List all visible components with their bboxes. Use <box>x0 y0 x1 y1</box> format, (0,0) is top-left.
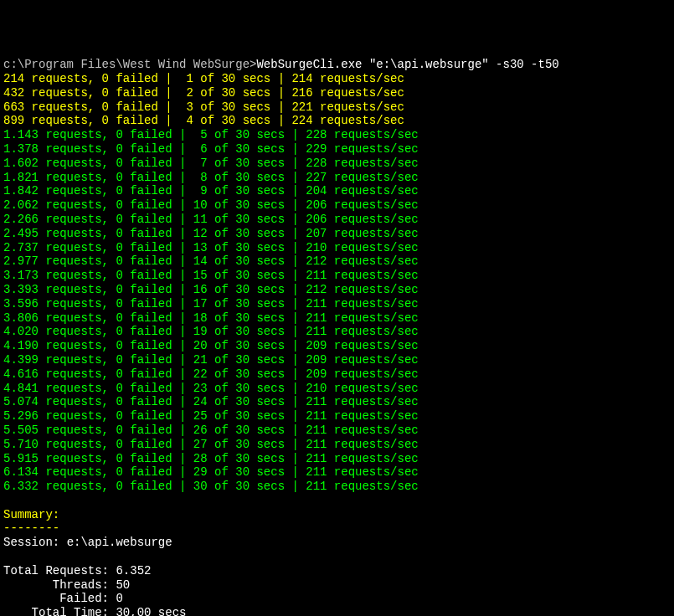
progress-row: 1.602 requests, 0 failed | 7 of 30 secs … <box>3 157 419 170</box>
total-requests-line: Total Requests: 6.352 <box>3 564 151 578</box>
failed-line: Failed: 0 <box>3 592 123 605</box>
terminal-output: c:\Program Files\West Wind WebSurge>WebS… <box>3 58 671 616</box>
progress-row: 4.020 requests, 0 failed | 19 of 30 secs… <box>3 325 419 338</box>
progress-row: 3.806 requests, 0 failed | 18 of 30 secs… <box>3 311 419 325</box>
progress-row: 5.505 requests, 0 failed | 26 of 30 secs… <box>3 424 419 437</box>
threads-line: Threads: 50 <box>3 578 130 592</box>
summary-heading: Summary: <box>3 508 59 521</box>
progress-row: 4.399 requests, 0 failed | 21 of 30 secs… <box>3 353 419 367</box>
progress-row: 1.842 requests, 0 failed | 9 of 30 secs … <box>3 184 419 198</box>
command-prompt-line: c:\Program Files\West Wind WebSurge>WebS… <box>3 58 559 71</box>
progress-row: 4.841 requests, 0 failed | 23 of 30 secs… <box>3 382 419 395</box>
progress-row: 2.977 requests, 0 failed | 14 of 30 secs… <box>3 254 419 268</box>
progress-row: 2.266 requests, 0 failed | 11 of 30 secs… <box>3 213 419 226</box>
progress-row: 2.737 requests, 0 failed | 13 of 30 secs… <box>3 241 419 254</box>
progress-row: 1.821 requests, 0 failed | 8 of 30 secs … <box>3 171 419 184</box>
progress-row: 214 requests, 0 failed | 1 of 30 secs | … <box>3 72 404 85</box>
progress-row: 4.616 requests, 0 failed | 22 of 30 secs… <box>3 367 419 381</box>
progress-row: 5.915 requests, 0 failed | 28 of 30 secs… <box>3 452 419 465</box>
progress-row: 663 requests, 0 failed | 3 of 30 secs | … <box>3 100 404 114</box>
total-time-line: Total Time: 30,00 secs <box>3 606 186 616</box>
progress-row: 4.190 requests, 0 failed | 20 of 30 secs… <box>3 339 419 352</box>
progress-row: 5.710 requests, 0 failed | 27 of 30 secs… <box>3 438 419 451</box>
progress-row: 2.495 requests, 0 failed | 12 of 30 secs… <box>3 227 419 240</box>
progress-row: 432 requests, 0 failed | 2 of 30 secs | … <box>3 86 404 100</box>
progress-row: 899 requests, 0 failed | 4 of 30 secs | … <box>3 114 404 127</box>
progress-row: 1.378 requests, 0 failed | 6 of 30 secs … <box>3 142 419 156</box>
progress-row: 3.596 requests, 0 failed | 17 of 30 secs… <box>3 297 419 311</box>
progress-row: 1.143 requests, 0 failed | 5 of 30 secs … <box>3 128 419 141</box>
progress-row: 6.134 requests, 0 failed | 29 of 30 secs… <box>3 465 419 479</box>
session-line: Session: e:\api.websurge <box>3 536 172 549</box>
progress-row: 3.173 requests, 0 failed | 15 of 30 secs… <box>3 269 419 282</box>
summary-divider: -------- <box>3 521 59 535</box>
progress-row: 6.332 requests, 0 failed | 30 of 30 secs… <box>3 480 419 493</box>
progress-row: 2.062 requests, 0 failed | 10 of 30 secs… <box>3 198 419 212</box>
progress-row: 5.296 requests, 0 failed | 25 of 30 secs… <box>3 409 419 423</box>
progress-row: 5.074 requests, 0 failed | 24 of 30 secs… <box>3 395 419 408</box>
progress-row: 3.393 requests, 0 failed | 16 of 30 secs… <box>3 283 419 296</box>
